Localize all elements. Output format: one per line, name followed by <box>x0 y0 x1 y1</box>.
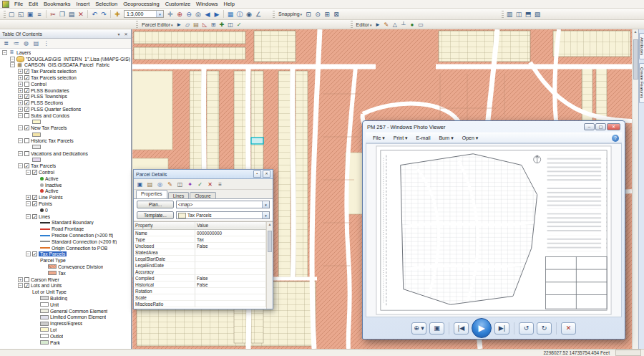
expand-toggle-icon[interactable]: − <box>26 201 31 206</box>
layer-checkbox[interactable]: ✓ <box>32 170 37 175</box>
divide-parcel-icon[interactable]: ⊞ <box>210 21 218 29</box>
tree-item[interactable]: Limited Common Element <box>0 314 131 320</box>
grid-scrollbar[interactable]: ▲ <box>266 222 273 309</box>
scroll-up-icon[interactable]: ▲ <box>268 222 272 226</box>
expand-toggle-icon[interactable]: − <box>18 138 23 143</box>
expand-toggle-icon[interactable]: − <box>26 170 31 175</box>
layer-checkbox[interactable] <box>24 277 29 282</box>
expand-toggle-icon[interactable]: − <box>10 57 15 62</box>
create-features-window-icon[interactable]: ⬒ <box>524 10 532 19</box>
expand-toggle-icon[interactable]: + <box>18 82 23 87</box>
previous-button[interactable]: |◀ <box>454 322 469 335</box>
plan-directory-icon[interactable]: ▤ <box>146 181 154 188</box>
add-data-icon[interactable]: ✚ <box>113 10 122 19</box>
expand-toggle-icon[interactable]: − <box>18 113 23 118</box>
expand-toggle-icon[interactable]: + <box>18 75 23 80</box>
tree-item[interactable]: General Common Element <box>0 308 131 314</box>
expand-toggle-icon[interactable]: − <box>2 50 7 55</box>
tree-item[interactable]: −≣Layers <box>0 49 131 56</box>
menu-bookmarks[interactable]: Bookmarks <box>41 1 74 7</box>
snapping-toolbar-label[interactable]: Snapping▾ <box>276 11 304 16</box>
grid-row[interactable]: StatedArea <box>134 249 266 256</box>
grid-row[interactable]: HistoricalFalse <box>134 282 266 288</box>
pv-menu-open[interactable]: Open ▾ <box>458 135 483 141</box>
menu-file[interactable]: File <box>11 1 26 7</box>
append-parcel-icon[interactable]: ✚ <box>218 21 226 29</box>
grid-row[interactable]: CompiledFalse <box>134 275 266 282</box>
toc-title-bar[interactable]: Table Of Contents ▾ ✕ <box>0 29 131 39</box>
toolbar-grip[interactable] <box>136 21 138 28</box>
scroll-up-icon[interactable]: ▲ <box>634 29 638 34</box>
pv-menu-email[interactable]: E-mail <box>412 135 435 141</box>
layer-checkbox[interactable] <box>24 151 29 156</box>
tree-item[interactable]: −Historic Tax Parcels <box>0 138 131 144</box>
layer-checkbox[interactable] <box>24 113 29 118</box>
layer-checkbox[interactable] <box>24 82 29 87</box>
toolbar-grip[interactable] <box>351 21 353 28</box>
expand-toggle-icon[interactable]: + <box>18 107 23 112</box>
full-extent-icon[interactable]: ◎ <box>194 10 203 19</box>
tree-item[interactable]: Lot or Unit Type <box>0 289 131 295</box>
tree-item[interactable]: −▦CARSON_GIS.GISDATA.Parcel_Fabric <box>0 62 131 69</box>
layer-checkbox[interactable]: ✓ <box>24 75 29 80</box>
editor-menu[interactable]: Editor▾ <box>354 22 374 27</box>
tab-lines[interactable]: Lines <box>168 192 190 198</box>
tree-item[interactable]: −✓Tax Parcels <box>0 163 131 169</box>
tree-item[interactable]: Active <box>0 175 131 182</box>
find-icon[interactable]: ◉ <box>245 10 253 19</box>
expand-toggle-icon[interactable]: − <box>26 251 31 256</box>
tree-item[interactable]: Inactive <box>0 182 131 188</box>
close-icon[interactable]: ✕ <box>123 32 129 37</box>
tree-item[interactable]: +Control <box>0 81 131 87</box>
tree-item[interactable]: −✓Tax Parcels <box>0 251 131 258</box>
join-parcel-icon[interactable]: ◫ <box>227 21 235 29</box>
tree-item[interactable]: Ingress/Egress <box>0 320 131 327</box>
layer-checkbox[interactable]: ✓ <box>24 94 29 99</box>
toc-options-icon[interactable]: ⋮ <box>42 39 50 47</box>
grid-row[interactable]: Name0000000000 <box>134 230 266 236</box>
snapping-options-icon[interactable]: ▧ <box>533 10 542 19</box>
maximize-icon[interactable]: ▢ <box>595 123 606 130</box>
parcel-explorer-icon[interactable]: ▱ <box>184 21 192 29</box>
grid-row[interactable]: Rotation <box>134 288 266 294</box>
toolbar-grip[interactable] <box>4 11 6 18</box>
expand-toggle-icon[interactable]: − <box>18 151 23 156</box>
pv-menu-print[interactable]: Print ▾ <box>389 135 412 141</box>
plan-combo[interactable]: <map> ▾ <box>176 201 270 208</box>
tree-item[interactable]: −"DOUGLAS\GIS_INTERN_1".Lisa (\\MAPS-GIS… <box>0 56 131 62</box>
split-tool-icon[interactable]: ┴ <box>399 21 407 29</box>
expand-toggle-icon[interactable]: − <box>18 283 23 288</box>
point-tool-icon[interactable]: ● <box>408 21 416 29</box>
cut-icon[interactable]: ✂ <box>49 10 57 19</box>
select-parcels-icon[interactable]: ► <box>175 21 183 29</box>
tree-item[interactable]: Road Frontage <box>0 226 131 232</box>
sketch-properties-icon[interactable]: ◫ <box>514 10 523 19</box>
trace-tool-icon[interactable]: ▭ <box>416 21 424 29</box>
delete-button[interactable]: ✕ <box>561 322 576 335</box>
delete-icon[interactable]: ✕ <box>77 10 85 19</box>
edit-geometry-icon[interactable]: ✎ <box>166 181 174 188</box>
tree-item[interactable]: −Subs and Condos <box>0 112 131 119</box>
tree-item[interactable]: +✓PLSS Townships <box>0 94 131 100</box>
zoom-out-icon[interactable]: ⊖ <box>185 10 193 19</box>
tree-item[interactable]: +✓PLSS Quarter Sections <box>0 106 131 112</box>
check-fabric-icon[interactable]: ✓ <box>235 21 243 29</box>
tree-item[interactable]: +✓PLSS Boundaries <box>0 87 131 94</box>
cancel-icon[interactable]: ✕ <box>206 181 214 188</box>
tree-item[interactable]: Tax <box>0 270 131 276</box>
grid-row[interactable]: LegalEndDate <box>134 262 266 269</box>
options-icon[interactable]: ≡ <box>216 181 224 188</box>
tree-item[interactable]: +✓PLSS Sections <box>0 100 131 106</box>
grid-row[interactable]: UnclosedFalse <box>134 243 266 249</box>
accept-icon[interactable]: ✓ <box>196 181 204 188</box>
layer-checkbox[interactable]: ✓ <box>24 69 29 74</box>
scrollbar-thumb[interactable] <box>633 39 638 80</box>
tree-item[interactable]: Parcel Type <box>0 257 131 264</box>
tree-item[interactable]: −✓Lines <box>0 213 131 220</box>
plans-icon[interactable]: ▤ <box>192 21 200 29</box>
vertex-snapping-icon[interactable]: ⊞ <box>323 10 331 19</box>
tree-item[interactable]: Standard Connection (<200 ft) <box>0 239 131 245</box>
tree-item[interactable]: Park <box>0 340 131 346</box>
menu-help[interactable]: Help <box>221 1 238 7</box>
parcel-details-title-bar[interactable]: Parcel Details ▪✕ <box>134 170 273 179</box>
